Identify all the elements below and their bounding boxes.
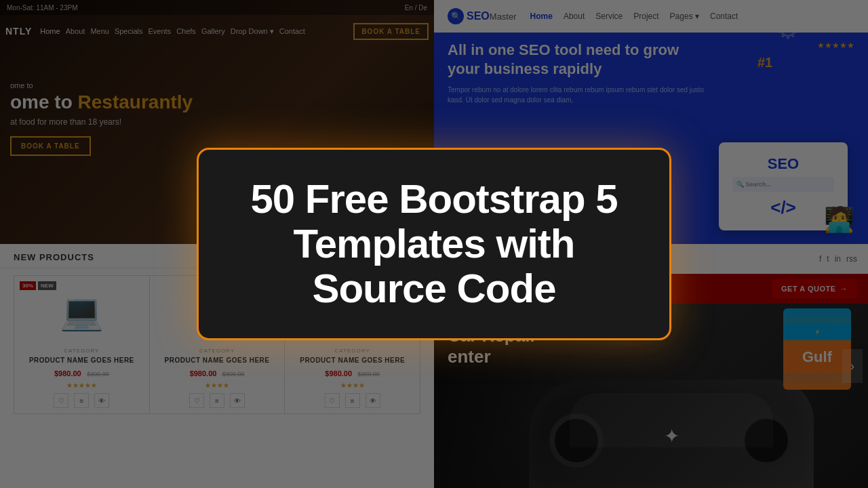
modal-box: 50 Free Bootstrap 5 Templates with Sourc… <box>197 148 671 340</box>
modal-overlay[interactable]: 50 Free Bootstrap 5 Templates with Sourc… <box>0 0 868 488</box>
modal-title: 50 Free Bootstrap 5 Templates with Sourc… <box>233 177 635 311</box>
